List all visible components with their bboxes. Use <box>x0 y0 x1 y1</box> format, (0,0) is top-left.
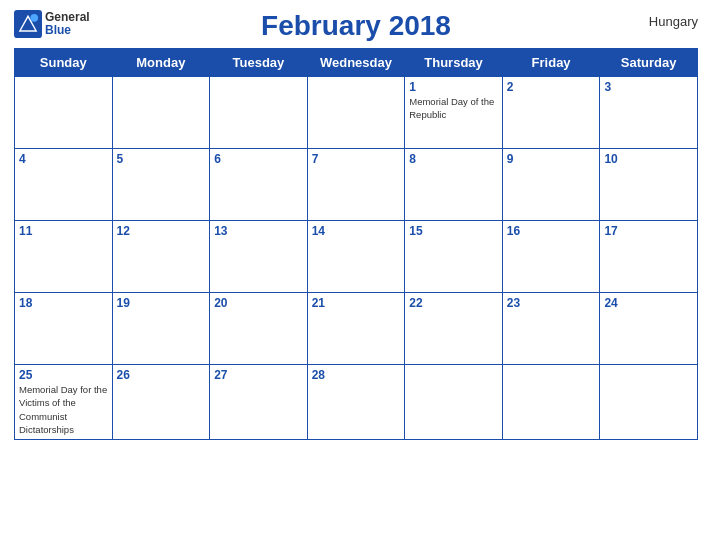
calendar-cell <box>600 365 698 440</box>
calendar-cell: 17 <box>600 221 698 293</box>
calendar-cell: 10 <box>600 149 698 221</box>
day-number: 3 <box>604 80 693 94</box>
calendar-cell: 7 <box>307 149 405 221</box>
calendar-cell <box>210 77 308 149</box>
calendar-cell: 24 <box>600 293 698 365</box>
day-number: 11 <box>19 224 108 238</box>
calendar-cell: 13 <box>210 221 308 293</box>
day-number: 2 <box>507 80 596 94</box>
svg-point-3 <box>30 14 38 22</box>
day-number: 9 <box>507 152 596 166</box>
calendar-week-row: 45678910 <box>15 149 698 221</box>
day-number: 15 <box>409 224 498 238</box>
calendar-container: General Blue February 2018 Hungary Sunda… <box>0 0 712 450</box>
day-number: 10 <box>604 152 693 166</box>
day-number: 5 <box>117 152 206 166</box>
day-number: 18 <box>19 296 108 310</box>
day-number: 25 <box>19 368 108 382</box>
day-number: 19 <box>117 296 206 310</box>
calendar-cell: 3 <box>600 77 698 149</box>
calendar-title: February 2018 <box>261 10 451 42</box>
calendar-cell <box>502 365 600 440</box>
calendar-cell <box>405 365 503 440</box>
day-number: 27 <box>214 368 303 382</box>
generalblue-logo-icon <box>14 10 42 38</box>
day-number: 21 <box>312 296 401 310</box>
day-number: 16 <box>507 224 596 238</box>
holiday-label: Memorial Day for the Victims of the Comm… <box>19 384 107 435</box>
day-number: 17 <box>604 224 693 238</box>
calendar-cell: 26 <box>112 365 210 440</box>
weekday-header-row: Sunday Monday Tuesday Wednesday Thursday… <box>15 49 698 77</box>
calendar-cell: 23 <box>502 293 600 365</box>
country-label: Hungary <box>649 14 698 29</box>
calendar-week-row: 18192021222324 <box>15 293 698 365</box>
calendar-cell: 18 <box>15 293 113 365</box>
logo-text: General Blue <box>45 11 90 37</box>
calendar-week-row: 11121314151617 <box>15 221 698 293</box>
day-number: 26 <box>117 368 206 382</box>
day-number: 7 <box>312 152 401 166</box>
calendar-table: Sunday Monday Tuesday Wednesday Thursday… <box>14 48 698 440</box>
calendar-header: General Blue February 2018 Hungary <box>14 10 698 42</box>
calendar-cell: 1Memorial Day of the Republic <box>405 77 503 149</box>
day-number: 20 <box>214 296 303 310</box>
day-number: 23 <box>507 296 596 310</box>
calendar-cell: 16 <box>502 221 600 293</box>
calendar-cell <box>112 77 210 149</box>
calendar-cell: 6 <box>210 149 308 221</box>
calendar-cell: 20 <box>210 293 308 365</box>
calendar-cell: 15 <box>405 221 503 293</box>
calendar-cell: 25Memorial Day for the Victims of the Co… <box>15 365 113 440</box>
calendar-cell: 4 <box>15 149 113 221</box>
holiday-label: Memorial Day of the Republic <box>409 96 494 120</box>
calendar-cell: 8 <box>405 149 503 221</box>
logo: General Blue <box>14 10 90 38</box>
calendar-cell: 21 <box>307 293 405 365</box>
calendar-cell: 2 <box>502 77 600 149</box>
calendar-cell: 28 <box>307 365 405 440</box>
calendar-cell: 11 <box>15 221 113 293</box>
calendar-cell: 27 <box>210 365 308 440</box>
calendar-week-row: 25Memorial Day for the Victims of the Co… <box>15 365 698 440</box>
calendar-cell: 19 <box>112 293 210 365</box>
logo-blue-label: Blue <box>45 24 90 37</box>
calendar-cell: 5 <box>112 149 210 221</box>
calendar-cell <box>307 77 405 149</box>
header-tuesday: Tuesday <box>210 49 308 77</box>
day-number: 28 <box>312 368 401 382</box>
calendar-cell <box>15 77 113 149</box>
day-number: 8 <box>409 152 498 166</box>
header-thursday: Thursday <box>405 49 503 77</box>
header-saturday: Saturday <box>600 49 698 77</box>
header-friday: Friday <box>502 49 600 77</box>
day-number: 6 <box>214 152 303 166</box>
day-number: 4 <box>19 152 108 166</box>
header-wednesday: Wednesday <box>307 49 405 77</box>
day-number: 1 <box>409 80 498 94</box>
calendar-cell: 14 <box>307 221 405 293</box>
day-number: 22 <box>409 296 498 310</box>
day-number: 13 <box>214 224 303 238</box>
calendar-cell: 22 <box>405 293 503 365</box>
calendar-cell: 9 <box>502 149 600 221</box>
day-number: 12 <box>117 224 206 238</box>
header-sunday: Sunday <box>15 49 113 77</box>
calendar-cell: 12 <box>112 221 210 293</box>
day-number: 14 <box>312 224 401 238</box>
header-monday: Monday <box>112 49 210 77</box>
calendar-week-row: 1Memorial Day of the Republic23 <box>15 77 698 149</box>
day-number: 24 <box>604 296 693 310</box>
